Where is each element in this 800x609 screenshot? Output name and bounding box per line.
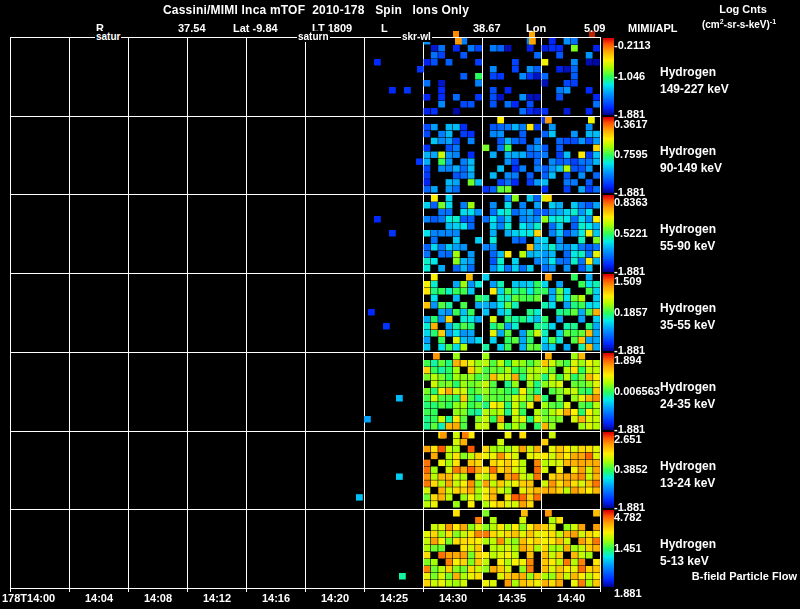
bfield-particle-flow-label: B-field Particle Flow — [640, 570, 797, 582]
cassini-mimi-inca-plot-window: Cassini/MIMI Inca mTOF 2010-178 Spin Ion… — [0, 0, 800, 609]
x-tick-label-4: 14:16 — [246, 592, 306, 604]
panel-species-2: Hydrogen — [660, 222, 716, 236]
panel-species-5: Hydrogen — [660, 459, 716, 473]
panel-species-0: Hydrogen — [660, 65, 716, 79]
x-tick-label-1: 14:04 — [69, 592, 129, 604]
x-tick-label-2: 14:08 — [128, 592, 188, 604]
x-tick-label-7: 14:30 — [423, 592, 483, 604]
x-tick-label-0: 178T14:00 — [2, 592, 55, 604]
colorbar-units-line2: (cm2-sr-s-keV)-1 — [678, 18, 800, 30]
panel-energy-6: 5-13 keV — [660, 554, 709, 568]
cb-max-3: 1.509 — [614, 275, 642, 287]
cb-max-1: 0.3617 — [614, 118, 648, 130]
credit-mimi-apl: MIMI/APL — [628, 22, 678, 34]
units-body: -sr-s-keV) — [724, 19, 770, 30]
x-tick-label-8: 14:35 — [482, 592, 542, 604]
panel-energy-1: 90-149 keV — [660, 161, 722, 175]
cb-mid-4: 0.006563 — [614, 385, 660, 397]
eph-r-value: 37.54 — [178, 22, 206, 34]
eph-l-label: L — [381, 22, 388, 34]
cb-mid-0: -1.046 — [614, 70, 645, 82]
cb-max-6: 4.782 — [614, 511, 642, 523]
panel-energy-5: 13-24 keV — [660, 476, 715, 490]
x-tick-label-6: 14:25 — [364, 592, 424, 604]
event-label-saturn: saturn — [297, 31, 330, 42]
colorbar-units-line1: Log Cnts — [690, 3, 796, 15]
x-tick-label-9: 14:40 — [541, 592, 601, 604]
cb-mid-1: 0.7595 — [614, 148, 648, 160]
panel-energy-2: 55-90 keV — [660, 239, 715, 253]
cb-max-4: 1.894 — [614, 354, 642, 366]
cb-max-0: -0.2113 — [614, 39, 651, 51]
event-label-satur: satur — [95, 31, 121, 42]
eph-lat: Lat -9.84 — [233, 22, 278, 34]
eph-lon-label: Lon — [526, 22, 546, 34]
cb-min-6: 1.881 — [614, 587, 642, 599]
cb-max-2: 0.8363 — [614, 196, 648, 208]
cb-mid-6: 1.451 — [614, 542, 642, 554]
panel-species-3: Hydrogen — [660, 301, 716, 315]
panel-species-6: Hydrogen — [660, 537, 716, 551]
panel-species-1: Hydrogen — [660, 144, 716, 158]
units-open: (cm — [702, 19, 720, 30]
eph-lon-value: 5.09 — [584, 22, 605, 34]
panel-energy-0: 149-227 keV — [660, 82, 729, 96]
x-tick-label-5: 14:20 — [305, 592, 365, 604]
plot-title: Cassini/MIMI Inca mTOF 2010-178 Spin Ion… — [0, 3, 632, 17]
cb-mid-5: 0.3852 — [614, 463, 648, 475]
eph-l-value: 38.67 — [473, 22, 501, 34]
x-tick-label-3: 14:12 — [187, 592, 247, 604]
panel-species-4: Hydrogen — [660, 380, 716, 394]
event-label-skr-wl: skr-wl — [401, 31, 432, 42]
cb-max-5: 2.651 — [614, 433, 642, 445]
panel-energy-3: 35-55 keV — [660, 318, 715, 332]
units-sup-minus1: -1 — [770, 18, 776, 25]
panel-energy-4: 24-35 keV — [660, 397, 715, 411]
cb-mid-2: 0.5221 — [614, 227, 648, 239]
cb-mid-3: 0.1857 — [614, 306, 648, 318]
